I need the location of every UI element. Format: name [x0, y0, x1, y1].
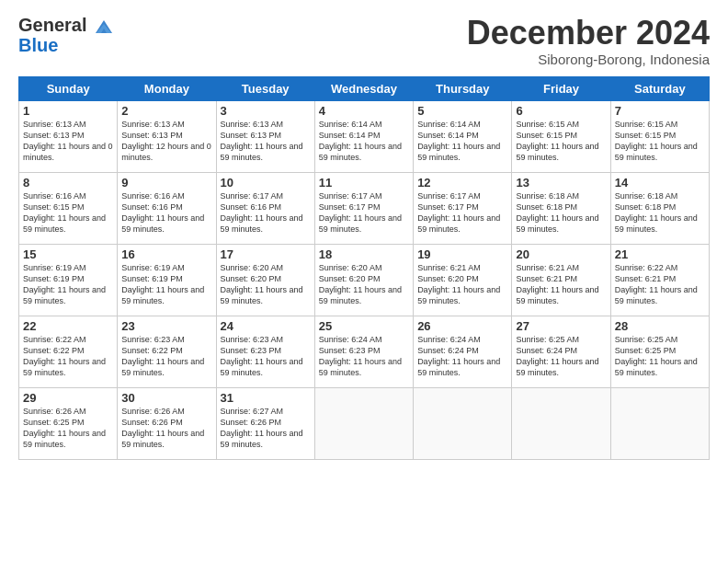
calendar-cell: 11Sunrise: 6:17 AMSunset: 6:17 PMDayligh…: [314, 172, 413, 244]
calendar-cell: 26Sunrise: 6:24 AMSunset: 6:24 PMDayligh…: [414, 316, 512, 387]
calendar-cell: 10Sunrise: 6:17 AMSunset: 6:16 PMDayligh…: [216, 172, 314, 244]
calendar-cell: 23Sunrise: 6:23 AMSunset: 6:22 PMDayligh…: [118, 316, 216, 387]
cell-info: Sunrise: 6:26 AMSunset: 6:26 PMDaylight:…: [121, 406, 211, 451]
weekday-header-saturday: Saturday: [610, 76, 709, 100]
cell-info: Sunrise: 6:26 AMSunset: 6:25 PMDaylight:…: [23, 406, 113, 451]
cell-info: Sunrise: 6:23 AMSunset: 6:22 PMDaylight:…: [121, 334, 211, 379]
cell-info: Sunrise: 6:18 AMSunset: 6:18 PMDaylight:…: [615, 190, 705, 236]
cell-info: Sunrise: 6:27 AMSunset: 6:26 PMDaylight:…: [221, 406, 311, 451]
weekday-header-row: SundayMondayTuesdayWednesdayThursdayFrid…: [19, 76, 710, 100]
calendar-cell: 13Sunrise: 6:18 AMSunset: 6:18 PMDayligh…: [512, 172, 610, 244]
day-number: 22: [23, 319, 113, 333]
calendar-cell: 22Sunrise: 6:22 AMSunset: 6:22 PMDayligh…: [19, 316, 118, 387]
day-number: 13: [516, 176, 606, 190]
cell-info: Sunrise: 6:21 AMSunset: 6:20 PMDaylight:…: [417, 262, 507, 307]
day-number: 11: [319, 176, 409, 190]
day-number: 31: [221, 391, 311, 405]
day-number: 28: [615, 319, 705, 333]
calendar-cell: 16Sunrise: 6:19 AMSunset: 6:19 PMDayligh…: [118, 244, 216, 316]
calendar-cell: 24Sunrise: 6:23 AMSunset: 6:23 PMDayligh…: [216, 316, 314, 387]
calendar-cell: 7Sunrise: 6:15 AMSunset: 6:15 PMDaylight…: [610, 100, 709, 172]
calendar-week-3: 15Sunrise: 6:19 AMSunset: 6:19 PMDayligh…: [19, 244, 710, 316]
day-number: 9: [121, 176, 211, 190]
day-number: 8: [23, 176, 113, 190]
calendar-cell: 27Sunrise: 6:25 AMSunset: 6:24 PMDayligh…: [512, 316, 610, 387]
calendar-cell: [610, 387, 709, 459]
day-number: 21: [615, 247, 705, 261]
cell-info: Sunrise: 6:18 AMSunset: 6:18 PMDaylight:…: [516, 190, 606, 236]
cell-info: Sunrise: 6:15 AMSunset: 6:15 PMDaylight:…: [516, 119, 606, 164]
page-header: General Blue December 2024 Siborong-Boro…: [18, 15, 710, 67]
day-number: 24: [221, 319, 311, 333]
logo-icon: [94, 17, 114, 37]
day-number: 7: [615, 104, 705, 118]
day-number: 4: [319, 104, 409, 118]
day-number: 23: [121, 319, 211, 333]
day-number: 3: [221, 104, 311, 118]
cell-info: Sunrise: 6:22 AMSunset: 6:21 PMDaylight:…: [615, 262, 705, 307]
calendar-table: SundayMondayTuesdayWednesdayThursdayFrid…: [18, 76, 710, 460]
cell-info: Sunrise: 6:19 AMSunset: 6:19 PMDaylight:…: [121, 262, 211, 307]
day-number: 25: [319, 319, 409, 333]
cell-info: Sunrise: 6:24 AMSunset: 6:23 PMDaylight:…: [319, 334, 409, 379]
calendar-week-5: 29Sunrise: 6:26 AMSunset: 6:25 PMDayligh…: [19, 387, 710, 459]
calendar-cell: 29Sunrise: 6:26 AMSunset: 6:25 PMDayligh…: [19, 387, 118, 459]
title-block: December 2024 Siborong-Borong, Indonesia: [467, 15, 710, 67]
month-title: December 2024: [467, 15, 710, 52]
cell-info: Sunrise: 6:25 AMSunset: 6:25 PMDaylight:…: [615, 334, 705, 379]
weekday-header-sunday: Sunday: [19, 76, 118, 100]
calendar-cell: 15Sunrise: 6:19 AMSunset: 6:19 PMDayligh…: [19, 244, 118, 316]
cell-info: Sunrise: 6:23 AMSunset: 6:23 PMDaylight:…: [221, 334, 311, 379]
logo: General Blue: [18, 15, 114, 56]
day-number: 20: [516, 247, 606, 261]
day-number: 27: [516, 319, 606, 333]
weekday-header-friday: Friday: [512, 76, 610, 100]
day-number: 15: [23, 247, 113, 261]
calendar-cell: [414, 387, 512, 459]
calendar-cell: 30Sunrise: 6:26 AMSunset: 6:26 PMDayligh…: [118, 387, 216, 459]
cell-info: Sunrise: 6:15 AMSunset: 6:15 PMDaylight:…: [615, 119, 705, 164]
cell-info: Sunrise: 6:22 AMSunset: 6:22 PMDaylight:…: [23, 334, 113, 379]
day-number: 18: [319, 247, 409, 261]
calendar-week-1: 1Sunrise: 6:13 AMSunset: 6:13 PMDaylight…: [19, 100, 710, 172]
calendar-cell: 25Sunrise: 6:24 AMSunset: 6:23 PMDayligh…: [314, 316, 413, 387]
cell-info: Sunrise: 6:20 AMSunset: 6:20 PMDaylight:…: [319, 262, 409, 307]
day-number: 12: [417, 176, 507, 190]
day-number: 14: [615, 176, 705, 190]
calendar-week-2: 8Sunrise: 6:16 AMSunset: 6:15 PMDaylight…: [19, 172, 710, 244]
calendar-cell: 28Sunrise: 6:25 AMSunset: 6:25 PMDayligh…: [610, 316, 709, 387]
weekday-header-thursday: Thursday: [414, 76, 512, 100]
cell-info: Sunrise: 6:13 AMSunset: 6:13 PMDaylight:…: [221, 119, 311, 164]
calendar-cell: 19Sunrise: 6:21 AMSunset: 6:20 PMDayligh…: [414, 244, 512, 316]
cell-info: Sunrise: 6:20 AMSunset: 6:20 PMDaylight:…: [221, 262, 311, 307]
day-number: 10: [221, 176, 311, 190]
calendar-cell: 8Sunrise: 6:16 AMSunset: 6:15 PMDaylight…: [19, 172, 118, 244]
day-number: 29: [23, 391, 113, 405]
calendar-cell: [512, 387, 610, 459]
logo-text: General: [18, 15, 114, 37]
cell-info: Sunrise: 6:13 AMSunset: 6:13 PMDaylight:…: [121, 119, 211, 164]
calendar-cell: 2Sunrise: 6:13 AMSunset: 6:13 PMDaylight…: [118, 100, 216, 172]
day-number: 5: [417, 104, 507, 118]
calendar-cell: [314, 387, 413, 459]
calendar-cell: 18Sunrise: 6:20 AMSunset: 6:20 PMDayligh…: [314, 244, 413, 316]
cell-info: Sunrise: 6:25 AMSunset: 6:24 PMDaylight:…: [516, 334, 606, 379]
day-number: 30: [121, 391, 211, 405]
calendar-cell: 1Sunrise: 6:13 AMSunset: 6:13 PMDaylight…: [19, 100, 118, 172]
weekday-header-wednesday: Wednesday: [314, 76, 413, 100]
cell-info: Sunrise: 6:21 AMSunset: 6:21 PMDaylight:…: [516, 262, 606, 307]
day-number: 6: [516, 104, 606, 118]
weekday-header-tuesday: Tuesday: [216, 76, 314, 100]
cell-info: Sunrise: 6:17 AMSunset: 6:17 PMDaylight:…: [319, 190, 409, 236]
day-number: 26: [417, 319, 507, 333]
location-subtitle: Siborong-Borong, Indonesia: [467, 52, 710, 67]
cell-info: Sunrise: 6:16 AMSunset: 6:15 PMDaylight:…: [23, 190, 113, 236]
calendar-week-4: 22Sunrise: 6:22 AMSunset: 6:22 PMDayligh…: [19, 316, 710, 387]
day-number: 1: [23, 104, 113, 118]
calendar-cell: 5Sunrise: 6:14 AMSunset: 6:14 PMDaylight…: [414, 100, 512, 172]
logo-blue: Blue: [18, 35, 114, 56]
day-number: 2: [121, 104, 211, 118]
page-container: General Blue December 2024 Siborong-Boro…: [0, 0, 728, 563]
day-number: 19: [417, 247, 507, 261]
calendar-cell: 6Sunrise: 6:15 AMSunset: 6:15 PMDaylight…: [512, 100, 610, 172]
